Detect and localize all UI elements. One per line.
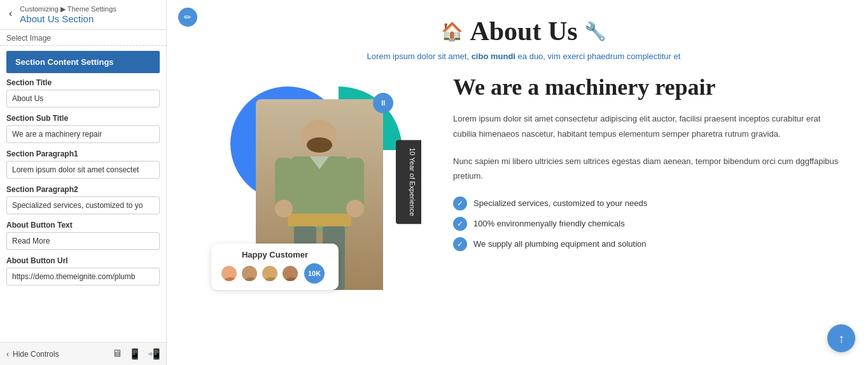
form-group-3: Section Paragraph2 [6, 185, 160, 214]
left-panel: ‹ Customizing ▶ Theme Settings About Us … [0, 0, 167, 365]
experience-badge: 10 Year of Experience [396, 140, 421, 224]
field-label-4: About Button Text [6, 221, 160, 230]
desktop-icon[interactable]: 🖥 [112, 348, 122, 360]
header-text: Customizing ▶ Theme Settings About Us Se… [20, 5, 116, 24]
form-group-2: Section Paragraph1 [6, 149, 160, 179]
check-icon-2: ✓ [453, 237, 467, 251]
panel-header: ‹ Customizing ▶ Theme Settings About Us … [0, 0, 166, 30]
mobile-icon[interactable]: 📲 [148, 348, 160, 360]
checklist-text-1: 100% environmenyally friendly chemicals [473, 219, 625, 228]
field-label-2: Section Paragraph1 [6, 149, 160, 158]
field-input-4[interactable] [6, 232, 160, 250]
happy-customer-title: Happy Customer [220, 250, 330, 259]
title-icon-left: 🏠 [441, 21, 463, 42]
avatar-4 [281, 265, 299, 282]
section-subtitle: We are a machinery repair [453, 74, 843, 101]
form-group-4: About Button Text [6, 221, 160, 250]
svg-point-14 [243, 277, 258, 282]
panel-form-wrapper: Section TitleSection Sub TitleSection Pa… [0, 78, 166, 365]
customer-avatars: 10K [220, 263, 330, 284]
about-us-title-row: 🏠 About Us 🔧 [205, 13, 843, 46]
scroll-up-button[interactable]: ↑ [827, 324, 855, 352]
about-us-main-title: About Us [470, 16, 577, 46]
svg-point-7 [275, 200, 293, 217]
main-content-row: 10 Year of Experience ⏸ Happy Customer [205, 74, 843, 290]
svg-point-17 [287, 268, 296, 277]
field-input-1[interactable] [6, 125, 160, 143]
checklist-item-2: ✓We supply all plumbing equipment and so… [453, 237, 843, 251]
field-label-3: Section Paragraph2 [6, 185, 160, 194]
tablet-icon[interactable]: 📱 [129, 348, 141, 360]
breadcrumb: Customizing ▶ Theme Settings [20, 5, 116, 13]
chevron-left-icon: ‹ [6, 350, 9, 359]
hide-controls-btn[interactable]: ‹ Hide Controls [6, 350, 59, 359]
hide-controls-label: Hide Controls [13, 350, 59, 359]
checklist-text-2: We supply all plumbing equipment and sol… [473, 239, 646, 249]
field-input-0[interactable] [6, 90, 160, 107]
preview-inner: ✏ 🏠 About Us 🔧 Lorem ipsum dolor sit ame… [167, 0, 868, 365]
svg-point-11 [226, 268, 235, 277]
field-label-1: Section Sub Title [6, 114, 160, 123]
check-icon-0: ✓ [453, 196, 467, 210]
svg-point-18 [284, 277, 299, 282]
avatar-1 [220, 265, 238, 282]
svg-point-13 [246, 268, 255, 277]
subtitle-bold: cibo mundi [472, 52, 515, 61]
field-input-2[interactable] [6, 161, 160, 179]
svg-point-16 [263, 277, 279, 282]
check-icon-1: ✓ [453, 217, 467, 231]
paragraph2: Nunc sapien mi libero ultricies sem ultr… [453, 154, 843, 184]
bottom-bar: ‹ Hide Controls 🖥 📱 📲 [0, 342, 167, 365]
section-title-header: About Us Section [20, 13, 116, 24]
form-group-5: About Button Url [6, 256, 160, 286]
edit-pencil-button[interactable]: ✏ [178, 8, 197, 27]
svg-point-12 [223, 277, 238, 282]
back-button[interactable]: ‹ [6, 6, 15, 20]
experience-text: 10 Year of Experience [409, 148, 416, 216]
section-content-settings-button[interactable]: Section Content Settings [6, 51, 160, 73]
text-area: We are a machinery repair Lorem ipsum do… [453, 74, 843, 261]
subtitle-normal: Lorem ipsum dolor sit amet, [367, 52, 472, 61]
subtitle-lorem: Lorem ipsum dolor sit amet, cibo mundi e… [205, 52, 843, 61]
field-label-0: Section Title [6, 78, 160, 87]
svg-point-15 [267, 268, 276, 277]
svg-point-9 [307, 137, 332, 153]
form-group-1: Section Sub Title [6, 114, 160, 143]
checklist-item-1: ✓100% environmenyally friendly chemicals [453, 217, 843, 231]
avatar-2 [241, 265, 258, 282]
svg-rect-2 [288, 214, 351, 226]
pause-button[interactable]: ⏸ [373, 93, 393, 113]
happy-customer-card: Happy Customer [211, 244, 339, 290]
image-area: 10 Year of Experience ⏸ Happy Customer [205, 74, 434, 290]
field-input-5[interactable] [6, 268, 160, 286]
bottom-bar-icons: 🖥 📱 📲 [112, 348, 160, 360]
preview-panel: ✏ 🏠 About Us 🔧 Lorem ipsum dolor sit ame… [167, 0, 868, 365]
avatar-3 [261, 265, 279, 282]
panel-form: Section TitleSection Sub TitleSection Pa… [0, 78, 166, 292]
field-label-5: About Button Url [6, 256, 160, 265]
form-group-0: Section Title [6, 78, 160, 107]
subtitle-normal2: ea duo, vim exerci phaedrum complectitur… [515, 52, 680, 61]
paragraph1: Lorem ipsum dolor sit amet consectetur a… [453, 111, 843, 141]
checklist-item-0: ✓Specialized services, customized to you… [453, 196, 843, 210]
title-icon-right: 🔧 [584, 21, 606, 42]
svg-point-8 [346, 200, 364, 217]
count-badge: 10K [304, 263, 325, 284]
checklist: ✓Specialized services, customized to you… [453, 196, 843, 251]
checklist-text-0: Specialized services, customized to your… [473, 198, 647, 208]
field-input-3[interactable] [6, 196, 160, 214]
select-image-label: Select Image [0, 30, 166, 46]
